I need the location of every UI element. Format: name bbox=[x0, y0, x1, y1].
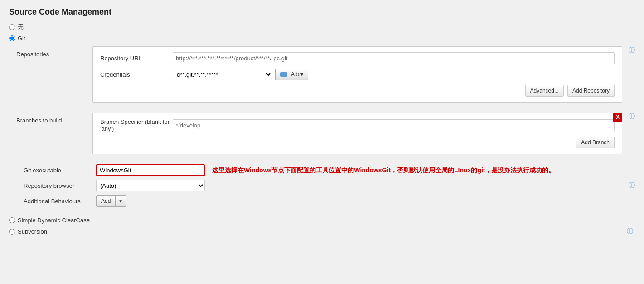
remove-branch-button[interactable]: X bbox=[613, 113, 622, 122]
branch-specifier-row: Branch Specifier (blank for 'any') bbox=[100, 118, 615, 132]
branches-panel-wrapper: X Branch Specifier (blank for 'any') Add… bbox=[92, 113, 622, 160]
additional-behaviours-controls: Add ▼ bbox=[96, 195, 126, 207]
git-executable-label: Git executable bbox=[24, 167, 96, 174]
subversion-help-icon[interactable]: ⓘ bbox=[627, 227, 633, 235]
add-repository-button[interactable]: Add Repository bbox=[567, 85, 615, 97]
git-executable-row: Git executable 这里选择在Windows节点下面配置的工具位置中的… bbox=[24, 164, 635, 176]
add-dropdown-button[interactable]: Add ▼ bbox=[96, 195, 126, 207]
radio-none-group: 无 bbox=[9, 23, 635, 31]
git-fields: Git executable 这里选择在Windows节点下面配置的工具位置中的… bbox=[24, 164, 635, 211]
repo-browser-select[interactable]: (Auto) bbox=[96, 180, 205, 191]
credentials-controls: d**.git.**.**.***** Add▾ bbox=[173, 69, 308, 80]
repositories-wrapper: Repositories Repository URL Credentials … bbox=[16, 46, 635, 108]
branches-panel-actions: Add Branch bbox=[100, 137, 615, 148]
credentials-label: Credentials bbox=[100, 71, 173, 78]
branches-label: Branches to build bbox=[16, 117, 62, 124]
repo-panel-actions: Advanced... Add Repository bbox=[100, 85, 615, 97]
other-scm-section: Simple Dynamic ClearCase Subversion ⓘ bbox=[9, 217, 635, 235]
git-annotation: 这里选择在Windows节点下面配置的工具位置中的WindowsGit，否则默认… bbox=[212, 166, 629, 175]
radio-git-label: Git bbox=[18, 35, 25, 42]
repositories-label: Repositories bbox=[16, 51, 49, 58]
radio-subversion-label: Subversion bbox=[18, 228, 47, 235]
radio-subversion-group: Subversion ⓘ bbox=[9, 227, 635, 235]
git-section: Repositories Repository URL Credentials … bbox=[16, 46, 635, 211]
credentials-add-label: Add▾ bbox=[291, 71, 303, 78]
add-dropdown-arrow-icon: ▼ bbox=[116, 196, 126, 206]
repo-browser-row: Repository browser (Auto) ⓘ bbox=[24, 180, 635, 191]
branches-help-icon[interactable]: ⓘ bbox=[629, 113, 635, 121]
repositories-help-icon[interactable]: ⓘ bbox=[629, 46, 635, 54]
git-executable-input[interactable] bbox=[96, 164, 205, 176]
page-title: Source Code Management bbox=[9, 7, 635, 17]
branches-panel: X Branch Specifier (blank for 'any') Add… bbox=[92, 113, 622, 154]
credentials-add-button[interactable]: Add▾ bbox=[275, 69, 308, 80]
branch-specifier-input[interactable] bbox=[173, 119, 615, 131]
add-dropdown-main-label: Add bbox=[97, 196, 116, 206]
radio-simple-dynamic-label: Simple Dynamic ClearCase bbox=[18, 217, 90, 224]
radio-subversion[interactable] bbox=[9, 229, 15, 235]
branches-wrapper: Branches to build X Branch Specifier (bl… bbox=[16, 113, 635, 160]
repo-browser-control-wrapper: (Auto) bbox=[96, 180, 625, 191]
repo-browser-label: Repository browser bbox=[24, 182, 96, 189]
add-branch-button[interactable]: Add Branch bbox=[576, 137, 615, 148]
additional-behaviours-row: Additional Behaviours Add ▼ bbox=[24, 195, 635, 207]
repositories-panel-wrapper: Repository URL Credentials d**.git.**.**… bbox=[92, 46, 622, 108]
radio-git-group: Git bbox=[9, 35, 635, 42]
repositories-panel: Repository URL Credentials d**.git.**.**… bbox=[92, 46, 622, 103]
key-icon bbox=[280, 72, 287, 77]
advanced-button[interactable]: Advanced... bbox=[525, 85, 564, 97]
git-executable-section: Git executable 这里选择在Windows节点下面配置的工具位置中的… bbox=[16, 164, 635, 211]
radio-simple-dynamic-group: Simple Dynamic ClearCase bbox=[9, 217, 635, 224]
repo-url-label: Repository URL bbox=[100, 55, 173, 62]
credentials-select[interactable]: d**.git.**.**.***** bbox=[173, 69, 272, 80]
radio-none-label: 无 bbox=[18, 23, 24, 31]
radio-simple-dynamic[interactable] bbox=[9, 217, 15, 223]
repo-url-input[interactable] bbox=[173, 52, 615, 64]
branch-specifier-label: Branch Specifier (blank for 'any') bbox=[100, 118, 173, 132]
additional-behaviours-label: Additional Behaviours bbox=[24, 198, 96, 205]
repo-browser-help-icon[interactable]: ⓘ bbox=[629, 181, 635, 190]
repo-url-row: Repository URL bbox=[100, 52, 615, 64]
radio-none[interactable] bbox=[9, 24, 15, 30]
credentials-row: Credentials d**.git.**.**.***** Add▾ bbox=[100, 69, 615, 80]
radio-git[interactable] bbox=[9, 35, 15, 41]
git-executable-control-wrapper: 这里选择在Windows节点下面配置的工具位置中的WindowsGit，否则默认… bbox=[96, 164, 635, 176]
